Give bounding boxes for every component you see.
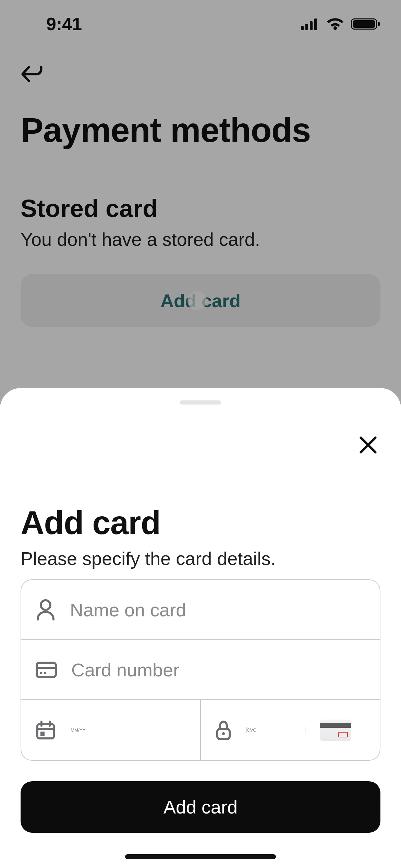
- expiry-input[interactable]: [70, 727, 129, 733]
- touch-indicator: [187, 291, 207, 310]
- stored-card-heading: Stored card: [21, 194, 380, 222]
- stored-card-empty-text: You don't have a stored card.: [21, 229, 380, 250]
- cellular-icon: [301, 18, 319, 30]
- svg-point-7: [41, 600, 50, 610]
- name-on-card-field[interactable]: [21, 580, 380, 640]
- svg-rect-2: [310, 21, 313, 30]
- card-form: [21, 579, 380, 761]
- close-icon: [359, 436, 377, 454]
- svg-rect-8: [37, 663, 56, 677]
- cvc-card-illustration-icon: [320, 720, 351, 741]
- sheet-title: Add card: [21, 504, 380, 542]
- card-number-input[interactable]: [71, 659, 365, 680]
- calendar-icon: [36, 720, 56, 740]
- svg-point-11: [44, 672, 46, 674]
- sheet-subtitle: Please specify the card details.: [21, 548, 380, 569]
- home-indicator[interactable]: [125, 854, 276, 859]
- submit-add-card-button[interactable]: Add card: [21, 781, 380, 833]
- cvc-field[interactable]: [201, 700, 380, 760]
- cvc-input[interactable]: [246, 727, 305, 733]
- svg-rect-1: [305, 24, 308, 30]
- card-number-field[interactable]: [21, 640, 380, 700]
- svg-rect-12: [37, 724, 54, 738]
- page-title: Payment methods: [21, 110, 380, 150]
- back-arrow-icon: [21, 65, 43, 85]
- add-card-button[interactable]: Add card: [21, 274, 380, 327]
- svg-point-18: [222, 732, 225, 735]
- add-card-sheet: Add card Please specify the card details…: [0, 388, 401, 868]
- svg-rect-16: [40, 732, 45, 736]
- submit-button-label: Add card: [163, 796, 238, 818]
- svg-rect-0: [301, 26, 304, 30]
- svg-rect-6: [378, 22, 380, 26]
- status-indicators: [301, 17, 380, 31]
- lock-icon: [215, 720, 232, 740]
- wifi-icon: [326, 17, 344, 31]
- battery-icon: [351, 17, 380, 31]
- svg-point-10: [40, 672, 42, 674]
- expiry-field[interactable]: [21, 700, 201, 760]
- user-icon: [36, 599, 56, 621]
- svg-rect-5: [353, 20, 375, 28]
- back-button[interactable]: [21, 65, 380, 86]
- card-icon: [36, 662, 57, 678]
- status-bar: 9:41: [0, 0, 401, 48]
- close-button[interactable]: [356, 433, 380, 457]
- name-on-card-input[interactable]: [70, 599, 365, 620]
- status-time: 9:41: [46, 14, 82, 34]
- svg-rect-3: [314, 19, 317, 30]
- sheet-drag-handle[interactable]: [180, 400, 221, 405]
